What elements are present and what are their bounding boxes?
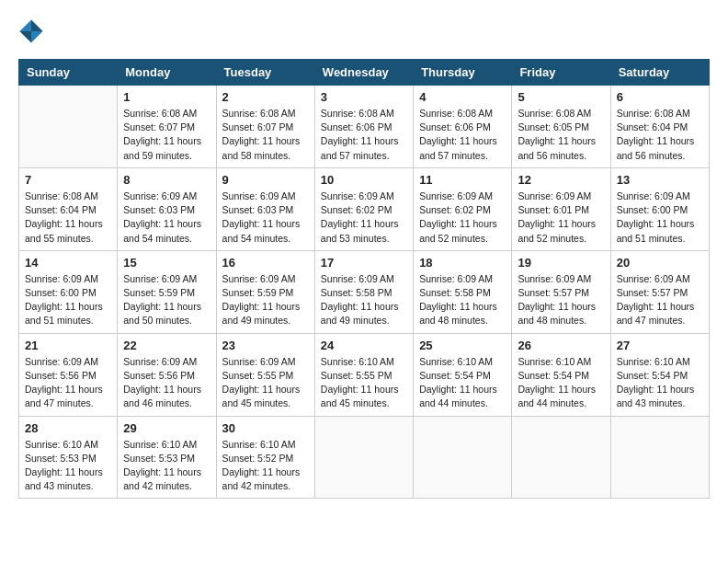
day-info: Sunrise: 6:10 AM Sunset: 5:53 PM Dayligh…	[123, 438, 210, 494]
calendar-day: 28Sunrise: 6:10 AM Sunset: 5:53 PM Dayli…	[19, 416, 118, 499]
calendar-day	[414, 416, 512, 499]
calendar-week-row: 7Sunrise: 6:08 AM Sunset: 6:04 PM Daylig…	[19, 167, 710, 250]
day-info: Sunrise: 6:08 AM Sunset: 6:07 PM Dayligh…	[222, 107, 309, 163]
calendar-day: 18Sunrise: 6:09 AM Sunset: 5:58 PM Dayli…	[414, 250, 512, 333]
day-number: 16	[222, 256, 309, 270]
day-number: 8	[123, 173, 210, 187]
calendar-day: 2Sunrise: 6:08 AM Sunset: 6:07 PM Daylig…	[216, 86, 314, 168]
calendar-day	[19, 86, 118, 168]
weekday-header-sunday: Sunday	[19, 60, 118, 86]
calendar: SundayMondayTuesdayWednesdayThursdayFrid…	[18, 59, 710, 499]
calendar-day: 27Sunrise: 6:10 AM Sunset: 5:54 PM Dayli…	[610, 333, 709, 416]
calendar-day: 4Sunrise: 6:08 AM Sunset: 6:06 PM Daylig…	[414, 86, 512, 168]
day-info: Sunrise: 6:09 AM Sunset: 6:00 PM Dayligh…	[25, 272, 111, 328]
calendar-day: 1Sunrise: 6:08 AM Sunset: 6:07 PM Daylig…	[118, 86, 216, 168]
day-info: Sunrise: 6:10 AM Sunset: 5:52 PM Dayligh…	[222, 438, 309, 494]
day-number: 5	[518, 90, 604, 104]
day-number: 15	[123, 256, 210, 270]
day-number: 24	[321, 339, 407, 352]
day-number: 6	[617, 90, 703, 104]
day-number: 20	[617, 256, 703, 270]
day-info: Sunrise: 6:09 AM Sunset: 5:59 PM Dayligh…	[123, 272, 210, 328]
day-info: Sunrise: 6:09 AM Sunset: 5:57 PM Dayligh…	[617, 272, 703, 328]
calendar-day: 14Sunrise: 6:09 AM Sunset: 6:00 PM Dayli…	[19, 250, 118, 333]
day-info: Sunrise: 6:09 AM Sunset: 6:01 PM Dayligh…	[518, 190, 604, 246]
day-info: Sunrise: 6:10 AM Sunset: 5:54 PM Dayligh…	[419, 355, 506, 411]
day-number: 7	[25, 173, 111, 187]
day-number: 25	[419, 339, 506, 352]
day-number: 1	[123, 90, 210, 104]
svg-marker-3	[19, 31, 31, 43]
day-info: Sunrise: 6:08 AM Sunset: 6:04 PM Dayligh…	[617, 107, 703, 163]
day-number: 14	[25, 256, 111, 270]
calendar-day: 29Sunrise: 6:10 AM Sunset: 5:53 PM Dayli…	[118, 416, 216, 499]
day-number: 19	[518, 256, 604, 270]
day-number: 4	[419, 90, 506, 104]
svg-marker-0	[31, 19, 43, 31]
day-info: Sunrise: 6:09 AM Sunset: 5:56 PM Dayligh…	[25, 355, 111, 411]
day-number: 9	[222, 173, 309, 187]
logo-icon	[18, 18, 44, 44]
day-number: 12	[518, 173, 604, 187]
logo	[18, 18, 48, 44]
day-number: 13	[617, 173, 703, 187]
day-info: Sunrise: 6:10 AM Sunset: 5:53 PM Dayligh…	[25, 438, 111, 494]
calendar-day: 19Sunrise: 6:09 AM Sunset: 5:57 PM Dayli…	[512, 250, 610, 333]
weekday-header-row: SundayMondayTuesdayWednesdayThursdayFrid…	[19, 60, 710, 86]
calendar-week-row: 1Sunrise: 6:08 AM Sunset: 6:07 PM Daylig…	[19, 86, 710, 168]
day-number: 10	[321, 173, 407, 187]
calendar-week-row: 21Sunrise: 6:09 AM Sunset: 5:56 PM Dayli…	[19, 333, 710, 416]
calendar-day: 6Sunrise: 6:08 AM Sunset: 6:04 PM Daylig…	[610, 86, 709, 168]
day-number: 22	[123, 339, 210, 352]
calendar-day: 11Sunrise: 6:09 AM Sunset: 6:02 PM Dayli…	[414, 167, 512, 250]
weekday-header-wednesday: Wednesday	[314, 60, 413, 86]
weekday-header-tuesday: Tuesday	[216, 60, 314, 86]
calendar-day: 23Sunrise: 6:09 AM Sunset: 5:55 PM Dayli…	[216, 333, 314, 416]
day-number: 11	[419, 173, 506, 187]
day-info: Sunrise: 6:09 AM Sunset: 5:58 PM Dayligh…	[321, 272, 407, 328]
calendar-day: 12Sunrise: 6:09 AM Sunset: 6:01 PM Dayli…	[512, 167, 610, 250]
calendar-day: 5Sunrise: 6:08 AM Sunset: 6:05 PM Daylig…	[512, 86, 610, 168]
day-info: Sunrise: 6:10 AM Sunset: 5:54 PM Dayligh…	[518, 355, 604, 411]
day-info: Sunrise: 6:10 AM Sunset: 5:55 PM Dayligh…	[321, 355, 407, 411]
calendar-day: 8Sunrise: 6:09 AM Sunset: 6:03 PM Daylig…	[118, 167, 216, 250]
day-number: 26	[518, 339, 604, 352]
day-info: Sunrise: 6:10 AM Sunset: 5:54 PM Dayligh…	[617, 355, 703, 411]
calendar-day: 21Sunrise: 6:09 AM Sunset: 5:56 PM Dayli…	[19, 333, 118, 416]
calendar-day	[610, 416, 709, 499]
day-number: 18	[419, 256, 506, 270]
calendar-day: 16Sunrise: 6:09 AM Sunset: 5:59 PM Dayli…	[216, 250, 314, 333]
calendar-day: 10Sunrise: 6:09 AM Sunset: 6:02 PM Dayli…	[314, 167, 413, 250]
calendar-day	[314, 416, 413, 499]
day-info: Sunrise: 6:09 AM Sunset: 6:02 PM Dayligh…	[321, 190, 407, 246]
calendar-day: 13Sunrise: 6:09 AM Sunset: 6:00 PM Dayli…	[610, 167, 709, 250]
day-info: Sunrise: 6:08 AM Sunset: 6:06 PM Dayligh…	[419, 107, 506, 163]
svg-marker-1	[31, 31, 43, 43]
svg-marker-2	[19, 19, 31, 31]
day-info: Sunrise: 6:08 AM Sunset: 6:04 PM Dayligh…	[25, 190, 111, 246]
calendar-day: 25Sunrise: 6:10 AM Sunset: 5:54 PM Dayli…	[414, 333, 512, 416]
day-number: 3	[321, 90, 407, 104]
day-number: 23	[222, 339, 309, 352]
day-info: Sunrise: 6:09 AM Sunset: 6:03 PM Dayligh…	[222, 190, 309, 246]
day-number: 29	[123, 421, 210, 435]
day-info: Sunrise: 6:09 AM Sunset: 5:59 PM Dayligh…	[222, 272, 309, 328]
day-info: Sunrise: 6:09 AM Sunset: 5:57 PM Dayligh…	[518, 272, 604, 328]
header	[18, 18, 710, 44]
day-number: 30	[222, 421, 309, 435]
day-info: Sunrise: 6:09 AM Sunset: 5:56 PM Dayligh…	[123, 355, 210, 411]
calendar-day: 15Sunrise: 6:09 AM Sunset: 5:59 PM Dayli…	[118, 250, 216, 333]
day-info: Sunrise: 6:09 AM Sunset: 5:58 PM Dayligh…	[419, 272, 506, 328]
weekday-header-monday: Monday	[118, 60, 216, 86]
calendar-day: 20Sunrise: 6:09 AM Sunset: 5:57 PM Dayli…	[610, 250, 709, 333]
day-info: Sunrise: 6:09 AM Sunset: 6:00 PM Dayligh…	[617, 190, 703, 246]
calendar-day: 9Sunrise: 6:09 AM Sunset: 6:03 PM Daylig…	[216, 167, 314, 250]
day-number: 28	[25, 421, 111, 435]
weekday-header-saturday: Saturday	[610, 60, 709, 86]
day-number: 21	[25, 339, 111, 352]
calendar-day: 24Sunrise: 6:10 AM Sunset: 5:55 PM Dayli…	[314, 333, 413, 416]
calendar-week-row: 14Sunrise: 6:09 AM Sunset: 6:00 PM Dayli…	[19, 250, 710, 333]
calendar-day: 17Sunrise: 6:09 AM Sunset: 5:58 PM Dayli…	[314, 250, 413, 333]
day-info: Sunrise: 6:09 AM Sunset: 5:55 PM Dayligh…	[222, 355, 309, 411]
weekday-header-thursday: Thursday	[414, 60, 512, 86]
